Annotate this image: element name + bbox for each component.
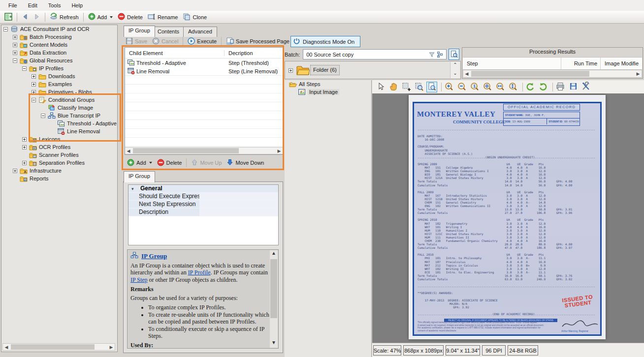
column-decription[interactable]: Decription: [225, 50, 253, 56]
tree-item-line-removal[interactable]: Line Removal: [1, 127, 117, 135]
expand-plus-box[interactable]: [13, 169, 17, 173]
expand-plus-box[interactable]: [13, 43, 17, 47]
fit-width-tool[interactable]: [495, 82, 506, 92]
tree-item-infrastructure[interactable]: Infrastructure: [1, 167, 117, 175]
tree-item-data-extraction[interactable]: Data Extraction: [1, 49, 117, 57]
zoom-region-tool[interactable]: [414, 82, 424, 92]
tree-item-downloads[interactable]: Downloads: [1, 72, 117, 80]
list-header[interactable]: Child Element Decription: [125, 48, 283, 59]
image-tools-button[interactable]: [580, 82, 591, 92]
collapse-minus-box[interactable]: [13, 59, 17, 63]
scroll-down-arrow[interactable]: ⌄: [451, 70, 460, 78]
folder-vscroll[interactable]: ⌃ ⌄: [450, 62, 460, 78]
column-image-modified[interactable]: Image Modifie: [601, 60, 642, 66]
scroll-thumb[interactable]: [270, 259, 277, 318]
expand-plus-box[interactable]: [13, 35, 17, 39]
menu-edit[interactable]: Edit: [23, 1, 43, 9]
expand-plus-box[interactable]: [22, 145, 27, 149]
print-button[interactable]: [555, 82, 566, 92]
prop-label-description[interactable]: Description: [129, 208, 199, 216]
scroll-left-arrow[interactable]: ◀: [3, 344, 10, 350]
execute-button[interactable]: Execute: [185, 36, 219, 47]
tree-item-batch-processing[interactable]: Batch Processing: [1, 33, 117, 41]
prop-category-general[interactable]: General: [129, 185, 199, 193]
scroll-right-arrow[interactable]: ▶: [276, 148, 283, 154]
list-row-line-removal[interactable]: Line RemovalStep (Line Removal): [125, 67, 283, 75]
menu-help[interactable]: Help: [66, 1, 88, 9]
scroll-left-arrow[interactable]: ◀: [463, 71, 470, 77]
tree-hscrollbar[interactable]: ◀ ▶: [2, 343, 115, 351]
help-vscrollbar[interactable]: ▲ ▼: [270, 250, 278, 348]
collapse-minus-box[interactable]: [32, 98, 36, 102]
scroll-right-arrow[interactable]: ▶: [108, 344, 115, 350]
scroll-up-arrow[interactable]: ▲: [270, 250, 278, 258]
tree-item-all-steps[interactable]: All Steps: [285, 80, 371, 88]
expand-plus-box[interactable]: [13, 51, 17, 55]
scroll-left-arrow[interactable]: ◀: [125, 148, 132, 154]
scroll-right-arrow[interactable]: ▶: [635, 71, 642, 77]
tree-item-global-resources[interactable]: Global Resources: [1, 57, 117, 64]
zoom-actual-size-tool[interactable]: 1: [469, 82, 480, 92]
list-row-threshold-adaptive[interactable]: Threshold - AdaptiveStep (Threshold): [125, 59, 283, 67]
list-hscrollbar[interactable]: ◀ ▶: [125, 147, 283, 154]
tree-item-lexicons[interactable]: Lexicons: [1, 135, 117, 143]
tree-item-threshold-adaptive[interactable]: Threshold - Adaptive: [1, 119, 117, 127]
column-run-time[interactable]: Run Time: [561, 58, 601, 69]
menu-file[interactable]: File: [3, 1, 23, 9]
tree-item-classify-image[interactable]: Classify Image: [1, 104, 117, 112]
collapse-chevron-icon[interactable]: ▾: [131, 186, 134, 191]
fit-page-tool[interactable]: [426, 82, 437, 92]
expand-plus-box[interactable]: [32, 74, 36, 79]
column-step[interactable]: Step: [463, 58, 561, 69]
collapse-minus-box[interactable]: [41, 114, 45, 118]
prop-value[interactable]: [199, 208, 278, 216]
prop-value[interactable]: [199, 193, 278, 201]
pan-tool[interactable]: [388, 82, 399, 92]
tree-item-input-image[interactable]: Input Image: [285, 88, 371, 96]
diagnostics-mode-button[interactable]: Diagnostics Mode On: [290, 36, 360, 47]
list-delete-button[interactable]: Delete: [155, 158, 185, 168]
save-button[interactable]: Save: [123, 36, 150, 47]
tree-item-ace-consultant-ip-and-ocr[interactable]: ACE Consultant IP and OCR: [1, 25, 117, 33]
results-hscrollbar[interactable]: ◀ ▶: [463, 70, 642, 78]
tree-item-reports[interactable]: Reports: [1, 175, 117, 182]
tree-item-scanner-profiles[interactable]: Scanner Profiles: [1, 151, 117, 159]
prop-label-should-execute-express[interactable]: Should Execute Express: [129, 193, 199, 201]
zoom-in-tool[interactable]: [444, 82, 454, 92]
nav-back-button[interactable]: [19, 12, 31, 22]
folder-expand-box[interactable]: [289, 68, 293, 73]
tree-item-examples[interactable]: Examples: [1, 80, 117, 88]
pointer-tool[interactable]: [375, 82, 386, 92]
expand-plus-box[interactable]: [32, 82, 36, 87]
menu-tools[interactable]: Tools: [43, 1, 66, 9]
prop-label-next-step-expression[interactable]: Next Step Expression: [129, 201, 199, 208]
ip-profile-link[interactable]: IP Profile: [188, 269, 211, 276]
move-down-button[interactable]: Move Down: [224, 158, 266, 168]
fit-all-tool[interactable]: [482, 82, 493, 92]
tree-item-conditional-groups[interactable]: Conditional Groups: [1, 96, 117, 104]
save-processed-page-button[interactable]: Save Processed Page: [224, 36, 292, 47]
expand-plus-box[interactable]: [22, 137, 27, 142]
tab-ip-group[interactable]: IP Group: [124, 26, 155, 37]
image-viewer-canvas[interactable]: MONTEREY VALLEY COMMUNITY COLLEGE OFFICI…: [372, 93, 644, 343]
page-preview-toggle[interactable]: [449, 49, 459, 60]
help-title-link[interactable]: IP Group: [141, 252, 167, 260]
tree-item-ocr-profiles[interactable]: ABCOCR Profiles: [1, 143, 117, 151]
rename-button[interactable]: Rename: [145, 12, 181, 22]
ip-step-link[interactable]: IP Step: [130, 276, 148, 283]
tree-item-ip-profiles[interactable]: IP Profiles: [1, 64, 117, 72]
add-button[interactable]: Add: [86, 12, 116, 22]
tree-item-blue-transcript-ip[interactable]: Blue Transcript IP: [1, 112, 117, 119]
app-icon-button[interactable]: [2, 12, 15, 23]
tree-item-primatives-blobs[interactable]: Primatives - Blobs: [1, 88, 117, 96]
scroll-down-arrow[interactable]: ▼: [270, 340, 278, 348]
tree-item-separation-profiles[interactable]: Separation Profiles: [1, 159, 117, 167]
save-image-button[interactable]: [568, 82, 579, 92]
expand-plus-box[interactable]: [22, 161, 27, 165]
move-up-button[interactable]: Move Up: [189, 158, 224, 168]
nav-forward-button[interactable]: [31, 12, 43, 22]
refresh-button[interactable]: Refresh: [47, 12, 81, 22]
zoom-out-tool[interactable]: [456, 82, 467, 92]
list-add-button[interactable]: Add: [125, 158, 155, 168]
tree-item-content-models[interactable]: Content Models: [1, 41, 117, 49]
